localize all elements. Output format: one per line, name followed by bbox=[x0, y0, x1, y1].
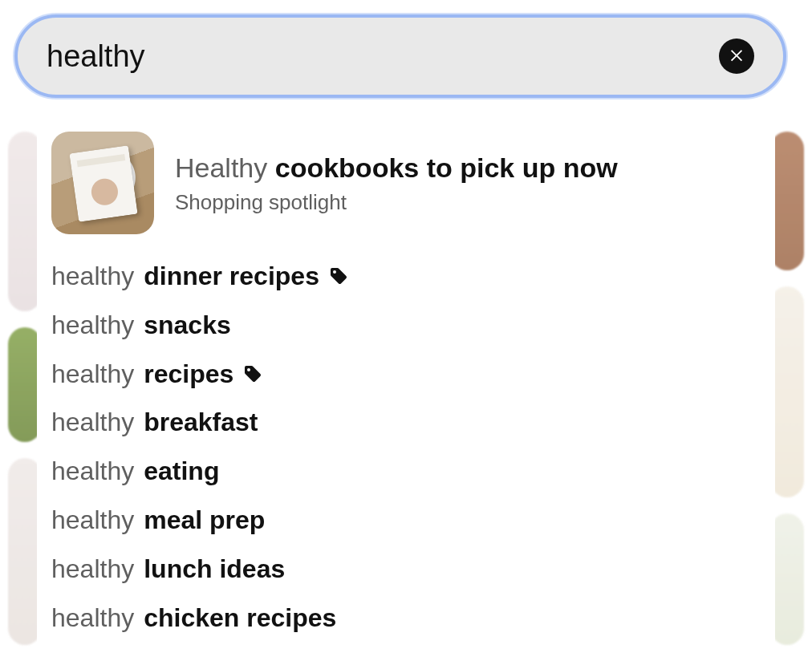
suggestion-prefix: healthy bbox=[51, 603, 134, 633]
shopping-spotlight-item[interactable]: Healthy cookbooks to pick up now Shoppin… bbox=[51, 128, 761, 252]
close-icon bbox=[728, 46, 745, 67]
suggestion-completion: eating bbox=[144, 456, 219, 486]
suggestion-prefix: healthy bbox=[51, 505, 134, 535]
suggestion-completion: lunch ideas bbox=[144, 554, 285, 584]
suggestion-prefix: healthy bbox=[51, 359, 134, 389]
spotlight-subtitle: Shopping spotlight bbox=[175, 190, 618, 215]
search-suggestion[interactable]: healthy eating bbox=[51, 447, 761, 496]
search-suggestion[interactable]: healthy snacks bbox=[51, 301, 761, 350]
search-right-pad bbox=[786, 14, 809, 98]
suggestion-completion: recipes bbox=[144, 359, 233, 389]
bg-card bbox=[770, 513, 804, 645]
search-suggestion[interactable]: healthy lunch ideas bbox=[51, 545, 761, 594]
clear-search-button[interactable] bbox=[719, 39, 754, 74]
search-suggestion[interactable]: healthy dinner recipes bbox=[51, 252, 761, 301]
search-bar-row bbox=[0, 0, 812, 98]
bg-card bbox=[770, 132, 804, 270]
suggestion-prefix: healthy bbox=[51, 408, 134, 437]
suggestion-prefix: healthy bbox=[51, 456, 134, 486]
spotlight-title: cookbooks to pick up now bbox=[275, 152, 618, 183]
tag-icon bbox=[329, 266, 348, 286]
search-suggestion[interactable]: healthy breakfast bbox=[51, 398, 761, 447]
search-suggestions-dropdown: Healthy cookbooks to pick up now Shoppin… bbox=[37, 96, 775, 653]
spotlight-text: Healthy cookbooks to pick up now Shoppin… bbox=[175, 151, 618, 215]
suggestion-completion: dinner recipes bbox=[144, 262, 319, 291]
spotlight-thumbnail bbox=[51, 132, 154, 234]
suggestion-prefix: healthy bbox=[51, 262, 134, 291]
suggestion-completion: snacks bbox=[144, 310, 231, 340]
suggestion-completion: meal prep bbox=[144, 505, 265, 535]
search-input[interactable] bbox=[47, 39, 719, 74]
suggestion-prefix: healthy bbox=[51, 310, 134, 340]
tag-icon bbox=[243, 364, 262, 383]
search-suggestion[interactable]: healthy chicken recipes bbox=[51, 594, 761, 643]
suggestion-prefix: healthy bbox=[51, 554, 134, 584]
search-container[interactable] bbox=[14, 14, 786, 98]
suggestion-completion: chicken recipes bbox=[144, 603, 336, 633]
search-suggestion[interactable]: healthy recipes bbox=[51, 350, 761, 399]
spotlight-prefix: Healthy bbox=[175, 152, 267, 183]
search-suggestion[interactable]: healthy meal prep bbox=[51, 496, 761, 545]
suggestion-completion: breakfast bbox=[144, 408, 258, 437]
bg-card bbox=[770, 286, 804, 497]
